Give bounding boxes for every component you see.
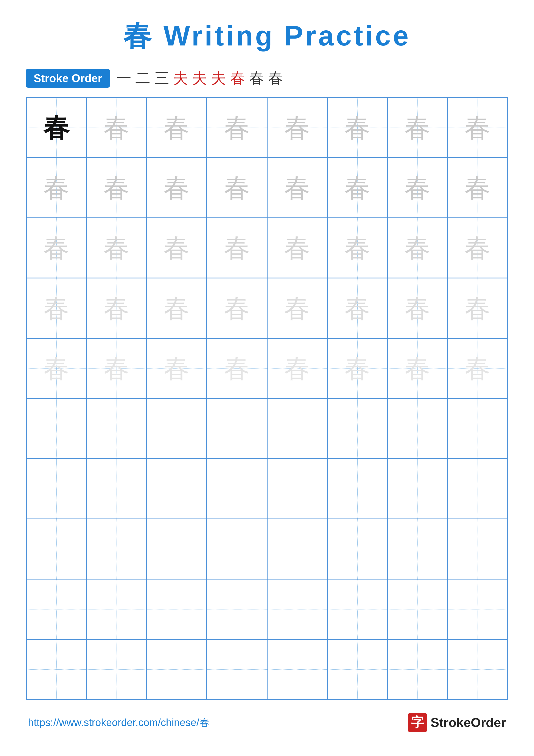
grid-cell[interactable]: 春 [387, 278, 447, 338]
grid-cell[interactable]: 春 [207, 97, 267, 157]
practice-char: 春 [465, 295, 491, 321]
grid-cell[interactable] [447, 519, 508, 579]
grid-cell[interactable] [267, 398, 327, 459]
grid-cell[interactable] [87, 579, 146, 639]
grid-cell[interactable] [147, 398, 207, 459]
grid-cell[interactable] [26, 639, 87, 699]
grid-cell[interactable] [87, 398, 146, 459]
grid-cell[interactable]: 春 [207, 278, 267, 338]
practice-char: 春 [164, 175, 190, 201]
grid-cell[interactable]: 春 [147, 97, 207, 157]
grid-cell[interactable]: 春 [207, 157, 267, 218]
stroke-seq-6: 夫 [211, 68, 226, 88]
practice-char: 春 [43, 115, 69, 141]
grid-cell[interactable]: 春 [26, 157, 87, 218]
grid-cell[interactable]: 春 [447, 157, 508, 218]
grid-cell[interactable] [147, 459, 207, 519]
practice-char: 春 [164, 115, 190, 141]
grid-cell[interactable] [26, 459, 87, 519]
stroke-seq-9: 春 [268, 68, 283, 88]
grid-cell[interactable] [267, 579, 327, 639]
page-title: 春 Writing Practice [123, 17, 411, 55]
footer-brand-name: StrokeOrder [431, 715, 506, 730]
grid-cell[interactable]: 春 [267, 278, 327, 338]
grid-cell[interactable] [207, 579, 267, 639]
grid-cell[interactable] [327, 519, 387, 579]
practice-char: 春 [284, 295, 310, 321]
grid-cell[interactable]: 春 [447, 338, 508, 398]
grid-cell[interactable] [387, 398, 447, 459]
stroke-sequence: 一 二 三 夫 夫 夫 春 春 春 [116, 68, 283, 88]
grid-cell[interactable]: 春 [26, 338, 87, 398]
grid-cell[interactable] [327, 459, 387, 519]
grid-row: 春 春 春 春 春 春 春 春 [26, 278, 508, 338]
grid-cell[interactable]: 春 [267, 218, 327, 278]
grid-cell[interactable] [447, 639, 508, 699]
practice-char: 春 [405, 115, 430, 141]
grid-cell[interactable]: 春 [147, 338, 207, 398]
grid-cell[interactable] [327, 398, 387, 459]
grid-cell[interactable]: 春 [387, 338, 447, 398]
grid-cell[interactable]: 春 [387, 157, 447, 218]
grid-cell[interactable]: 春 [327, 338, 387, 398]
grid-cell[interactable]: 春 [327, 157, 387, 218]
grid-cell[interactable]: 春 [327, 218, 387, 278]
grid-cell[interactable] [147, 639, 207, 699]
grid-cell[interactable] [267, 519, 327, 579]
grid-cell[interactable]: 春 [327, 278, 387, 338]
grid-cell[interactable] [147, 519, 207, 579]
practice-char: 春 [104, 115, 129, 141]
grid-cell[interactable]: 春 [26, 97, 87, 157]
grid-cell[interactable] [26, 579, 87, 639]
grid-cell[interactable]: 春 [147, 278, 207, 338]
grid-cell[interactable] [267, 459, 327, 519]
grid-cell[interactable] [207, 639, 267, 699]
grid-cell[interactable] [207, 519, 267, 579]
grid-cell[interactable]: 春 [26, 278, 87, 338]
grid-cell[interactable] [87, 519, 146, 579]
grid-cell[interactable] [26, 398, 87, 459]
grid-cell[interactable]: 春 [447, 97, 508, 157]
grid-cell[interactable]: 春 [87, 338, 146, 398]
stroke-seq-5: 夫 [192, 68, 207, 88]
grid-cell[interactable] [387, 459, 447, 519]
grid-cell[interactable] [267, 639, 327, 699]
grid-cell[interactable] [387, 579, 447, 639]
grid-cell[interactable]: 春 [267, 97, 327, 157]
grid-cell[interactable]: 春 [387, 218, 447, 278]
grid-cell[interactable] [87, 459, 146, 519]
grid-cell[interactable] [447, 579, 508, 639]
grid-cell[interactable]: 春 [267, 338, 327, 398]
footer-brand: 字 StrokeOrder [408, 713, 506, 732]
grid-cell[interactable] [327, 579, 387, 639]
grid-cell[interactable]: 春 [147, 157, 207, 218]
stroke-order-row: Stroke Order 一 二 三 夫 夫 夫 春 春 春 [26, 68, 508, 88]
grid-cell[interactable]: 春 [26, 218, 87, 278]
grid-cell[interactable]: 春 [87, 97, 146, 157]
grid-cell[interactable] [387, 639, 447, 699]
grid-cell[interactable] [207, 398, 267, 459]
grid-cell[interactable]: 春 [87, 157, 146, 218]
practice-char: 春 [465, 175, 491, 201]
grid-cell[interactable]: 春 [207, 338, 267, 398]
grid-cell[interactable] [207, 459, 267, 519]
grid-cell[interactable]: 春 [447, 278, 508, 338]
grid-cell[interactable] [147, 579, 207, 639]
grid-cell[interactable]: 春 [267, 157, 327, 218]
grid-cell[interactable] [87, 639, 146, 699]
grid-cell[interactable] [387, 519, 447, 579]
grid-cell[interactable]: 春 [87, 218, 146, 278]
grid-cell[interactable] [447, 459, 508, 519]
footer-url[interactable]: https://www.strokeorder.com/chinese/春 [28, 716, 210, 729]
grid-cell[interactable]: 春 [207, 218, 267, 278]
footer-logo-icon: 字 [408, 713, 427, 732]
grid-cell[interactable] [327, 639, 387, 699]
grid-cell[interactable] [447, 398, 508, 459]
grid-cell[interactable]: 春 [147, 218, 207, 278]
grid-cell[interactable]: 春 [387, 97, 447, 157]
practice-char: 春 [43, 355, 69, 381]
grid-cell[interactable]: 春 [87, 278, 146, 338]
grid-cell[interactable] [26, 519, 87, 579]
grid-cell[interactable]: 春 [327, 97, 387, 157]
grid-cell[interactable]: 春 [447, 218, 508, 278]
